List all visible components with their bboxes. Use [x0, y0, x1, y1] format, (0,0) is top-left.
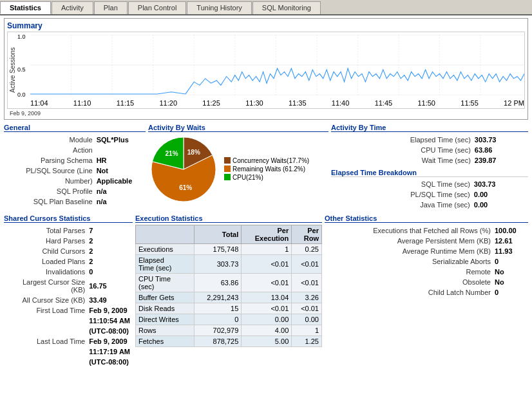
general-row-plsql2: Number) Applicable	[5, 176, 144, 185]
sc-label-empty2	[5, 327, 86, 336]
os-value-obsolete: No	[493, 278, 527, 287]
tab-activity[interactable]: Activity	[52, 1, 93, 14]
os-label-serial-aborts: Serializable Aborts	[326, 257, 492, 266]
pie-chart: 18%61%21%	[148, 134, 219, 205]
exec-perexec-bufgets: 13.04	[242, 292, 292, 303]
pie-legend: Concurrency Waits(17.7%) Remaining Waits…	[224, 157, 309, 182]
legend-concurrency: Concurrency Waits(17.7%)	[224, 157, 309, 164]
exec-total-cpu: 63.86	[194, 274, 241, 292]
shared-cursors-section: Shared Cursors Statistics Total Parses 7…	[4, 214, 133, 368]
tab-statistics[interactable]: Statistics	[0, 1, 51, 14]
y-max: 1.0	[17, 33, 26, 40]
general-value-baseline: n/a	[95, 197, 144, 206]
x-label-9: 11:50	[417, 99, 435, 107]
sc-label-child: Child Cursors	[5, 247, 86, 256]
os-value-child-latch: 0	[493, 288, 527, 297]
os-value-runtime-mem: 11.93	[493, 247, 527, 256]
general-row-action: Action	[5, 146, 144, 155]
abt-value-wait: 239.87	[473, 156, 527, 165]
general-label-module: Module	[5, 135, 94, 144]
exec-perexec-cpu: <0.01	[242, 274, 292, 292]
sc-row-invalid: Invalidations 0	[5, 267, 131, 276]
os-row-serial-aborts: Serializable Aborts 0	[326, 257, 527, 266]
exec-label-diskreads: Disk Reads	[136, 303, 195, 314]
os-row-remote: Remote No	[326, 267, 527, 276]
exec-total-directwrites: 0	[194, 314, 241, 325]
sc-label-empty4	[5, 357, 86, 366]
general-row-schema: Parsing Schema HR	[5, 156, 144, 165]
exec-perrow-bufgets: 3.26	[292, 292, 322, 303]
general-section: General Module SQL*Plus Action Parsing S…	[4, 124, 146, 211]
exec-perrow-elapsed: <0.01	[292, 255, 322, 274]
general-label-plsql2: Number)	[5, 176, 94, 185]
bottom-section: Shared Cursors Statistics Total Parses 7…	[4, 214, 528, 368]
activity-time-section: Activity By Time Elapsed Time (sec) 303.…	[331, 124, 528, 211]
exec-perexec-fetches: 5.00	[242, 336, 292, 347]
activity-waits-title: Activity By Waits	[148, 124, 328, 132]
sc-row-child: Child Cursors 2	[5, 247, 131, 256]
abt-row-elapsed: Elapsed Time (sec) 303.73	[332, 135, 527, 144]
exec-total-diskreads: 15	[194, 303, 241, 314]
sc-label-first-load: First Load Time	[5, 306, 86, 315]
exec-perexec-directwrites: 0.00	[242, 314, 292, 325]
os-label-fetch-all: Executions that Fetched all Rows (%)	[326, 226, 492, 235]
general-value-plsql2: Applicable	[95, 176, 144, 185]
sc-row-all: All Cursor Size (KB) 33.49	[5, 296, 131, 305]
exec-perrow-cpu: <0.01	[292, 274, 322, 292]
general-title: General	[4, 124, 146, 132]
exec-total-fetches: 878,725	[194, 336, 241, 347]
chart-svg	[30, 35, 524, 95]
exec-total-bufgets: 2,291,243	[194, 292, 241, 303]
sc-value-last-load-time: 11:17:19 AM	[88, 347, 131, 356]
general-row-profile: SQL Profile n/a	[5, 187, 144, 196]
abt-label-elapsed: Elapsed Time (sec)	[332, 135, 472, 144]
exec-perrow-rows: 1	[292, 325, 322, 336]
breakdown-table: SQL Time (sec) 303.73 PL/SQL Time (sec) …	[331, 178, 528, 211]
bd-value-java: 0.00	[473, 200, 527, 209]
general-value-module: SQL*Plus	[95, 135, 144, 144]
os-value-persist-mem: 12.61	[493, 236, 527, 245]
exec-label-cpu: CPU Time(sec)	[136, 274, 195, 292]
shared-cursors-title: Shared Cursors Statistics	[4, 214, 133, 223]
exec-col-label	[136, 225, 195, 244]
os-row-persist-mem: Average Persistent Mem (KB) 12.61	[326, 236, 527, 245]
abt-row-cpu: CPU Time (sec) 63.86	[332, 146, 527, 155]
x-label-0: 11:04	[30, 99, 48, 107]
exec-label-executions: Executions	[136, 244, 195, 255]
general-label-baseline: SQL Plan Baseline	[5, 197, 94, 206]
sc-label-empty1	[5, 316, 86, 325]
summary-title: Summary	[7, 21, 525, 30]
tab-tuning-history[interactable]: Tuning History	[187, 1, 252, 14]
y-min: 0.0	[17, 91, 26, 98]
general-label-profile: SQL Profile	[5, 187, 94, 196]
sc-label-invalid: Invalidations	[5, 267, 86, 276]
other-stats-table: Executions that Fetched all Rows (%) 100…	[325, 225, 528, 298]
sc-row-last-load-tz: (UTC-08:00)	[5, 357, 131, 366]
sc-row-first-load-tz: (UTC-08:00)	[5, 327, 131, 336]
sc-row-last-load-label: Last Load Time Feb 9, 2009	[5, 337, 131, 346]
os-label-runtime-mem: Average Runtime Mem (KB)	[326, 247, 492, 256]
os-value-serial-aborts: 0	[493, 257, 527, 266]
bd-row-plsql: PL/SQL Time (sec) 0.00	[332, 190, 527, 199]
tab-plan[interactable]: Plan	[94, 1, 128, 14]
sc-value-first-load-date: Feb 9, 2009	[88, 306, 131, 315]
os-label-persist-mem: Average Persistent Mem (KB)	[326, 236, 492, 245]
chart-date: Feb 9, 2009	[7, 110, 525, 117]
tab-sql-monitoring[interactable]: SQL Monitoring	[252, 1, 321, 14]
sc-row-first-load-label: First Load Time Feb 9, 2009	[5, 306, 131, 315]
general-value-plsql1: Not	[95, 166, 144, 175]
os-label-remote: Remote	[326, 267, 492, 276]
legend-dot-cpu	[224, 174, 231, 180]
tabs-container: Statistics Activity Plan Plan Control Tu…	[0, 0, 532, 15]
bd-row-sql: SQL Time (sec) 303.73	[332, 180, 527, 189]
exec-header-row: Total PerExecution PerRow	[136, 225, 322, 244]
waits-content: 18%61%21% Concurrency Waits(17.7%) Remai…	[148, 134, 328, 205]
chart-inner: 1.0 0.5 0.0	[17, 32, 524, 108]
exec-table: Total PerExecution PerRow Executions 175…	[135, 225, 322, 347]
exec-total-rows: 702,979	[194, 325, 241, 336]
tab-plan-control[interactable]: Plan Control	[128, 1, 187, 14]
x-labels: 11:04 11:10 11:15 11:20 11:25 11:30 11:3…	[30, 99, 524, 107]
x-label-3: 11:20	[159, 99, 177, 107]
y-mid: 0.5	[17, 66, 26, 73]
general-label-action: Action	[5, 146, 94, 155]
